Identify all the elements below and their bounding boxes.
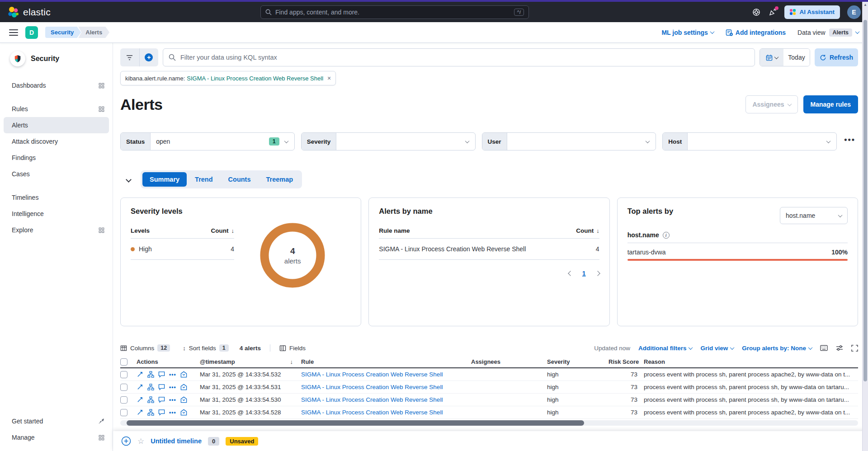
- user-filter[interactable]: User: [482, 132, 656, 150]
- data-view-control[interactable]: Data view Alerts: [797, 28, 859, 37]
- analyzer-icon[interactable]: [147, 409, 154, 416]
- top-alert-row[interactable]: tartarus-dvwa 100%: [627, 249, 848, 256]
- ai-assistant-button[interactable]: AI Assistant: [784, 5, 840, 19]
- date-picker-menu-button[interactable]: [760, 49, 783, 66]
- analyzer-icon[interactable]: [147, 396, 154, 403]
- alert-rule-link[interactable]: SIGMA - Linux Process Creation Web Rever…: [301, 371, 471, 378]
- info-icon[interactable]: i: [663, 232, 670, 239]
- breadcrumb-security[interactable]: Security: [45, 27, 81, 38]
- reason-column-header[interactable]: Reason: [644, 358, 858, 365]
- severity-filter[interactable]: Severity: [301, 132, 476, 150]
- sort-fields-button[interactable]: ↕ Sort fields 1: [183, 344, 228, 352]
- expand-alert-icon[interactable]: [137, 409, 143, 416]
- row-checkbox[interactable]: [120, 384, 127, 391]
- comment-icon[interactable]: [158, 371, 165, 378]
- group-alerts-by-button[interactable]: Group alerts by: None: [742, 345, 812, 352]
- timestamp-column-header[interactable]: @timestamp↓: [200, 358, 301, 365]
- favorite-star-icon[interactable]: ☆: [137, 437, 144, 446]
- sidebar-item-attack-discovery[interactable]: Attack discovery: [4, 133, 109, 150]
- alert-reason[interactable]: process event with process sh, parent pr…: [644, 371, 858, 378]
- alert-rule-link[interactable]: SIGMA - Linux Process Creation Web Rever…: [301, 396, 471, 403]
- host-filter[interactable]: Host: [662, 132, 837, 150]
- collapse-summary-icon[interactable]: [127, 175, 131, 183]
- alert-reason[interactable]: process event with process sh, parent pr…: [644, 384, 858, 390]
- row-checkbox[interactable]: [120, 409, 127, 416]
- alert-reason[interactable]: process event with process sh, parent pr…: [644, 396, 858, 403]
- expand-alert-icon[interactable]: [137, 384, 143, 390]
- row-checkbox[interactable]: [120, 371, 127, 378]
- rule-column-header[interactable]: Rule: [301, 358, 471, 365]
- help-icon[interactable]: [752, 8, 761, 17]
- count-column-header[interactable]: Count↓: [211, 227, 234, 234]
- assignees-button[interactable]: Assignees: [745, 95, 797, 113]
- sidebar-item-intelligence[interactable]: Intelligence: [4, 206, 109, 222]
- columns-button[interactable]: Columns 12: [120, 344, 170, 352]
- sidebar-item-get-started[interactable]: Get started: [4, 413, 109, 429]
- severity-row-high[interactable]: High 4: [131, 239, 234, 260]
- alert-row[interactable]: ••• Mar 31, 2025 @ 14:33:54.532 SIGMA - …: [120, 368, 858, 381]
- scrollbar-thumb[interactable]: [863, 20, 867, 381]
- top-alerts-field-select[interactable]: host.name: [780, 207, 848, 224]
- date-range-value[interactable]: Today: [783, 49, 810, 66]
- filter-pill-rule-name[interactable]: kibana.alert.rule.name: SIGMA - Linux Pr…: [120, 71, 336, 85]
- session-view-icon[interactable]: [180, 371, 187, 378]
- alert-row[interactable]: ••• Mar 31, 2025 @ 14:33:54.531 SIGMA - …: [120, 381, 858, 394]
- add-timeline-icon[interactable]: [121, 436, 131, 446]
- display-options-icon[interactable]: [836, 345, 843, 351]
- sidebar-item-findings[interactable]: Findings: [4, 150, 109, 166]
- news-feed-icon[interactable]: [768, 8, 777, 17]
- add-filter-button[interactable]: +: [140, 48, 159, 66]
- sidebar-item-dashboards[interactable]: Dashboards: [4, 77, 109, 94]
- tab-treemap[interactable]: Treemap: [259, 172, 301, 187]
- alert-reason[interactable]: process event with process sh, parent pr…: [644, 409, 858, 416]
- analyzer-icon[interactable]: [147, 371, 154, 378]
- fullscreen-icon[interactable]: [851, 345, 858, 352]
- saved-query-menu-button[interactable]: [120, 48, 140, 66]
- expand-alert-icon[interactable]: [137, 371, 143, 378]
- table-horizontal-scrollbar[interactable]: [120, 420, 858, 426]
- kql-input[interactable]: [180, 54, 749, 61]
- space-badge[interactable]: D: [25, 26, 38, 39]
- count-column-header[interactable]: Count↓: [576, 227, 599, 234]
- alert-row[interactable]: ••• Mar 31, 2025 @ 14:33:54.528 SIGMA - …: [120, 406, 858, 419]
- status-filter[interactable]: Status open 1: [120, 132, 295, 150]
- comment-icon[interactable]: [158, 396, 165, 403]
- tab-trend[interactable]: Trend: [188, 172, 220, 187]
- add-integrations-link[interactable]: Add integrations: [726, 29, 786, 36]
- alert-row[interactable]: ••• Mar 31, 2025 @ 14:33:54.530 SIGMA - …: [120, 394, 858, 406]
- alert-rule-link[interactable]: SIGMA - Linux Process Creation Web Rever…: [301, 409, 471, 416]
- sidebar-item-manage[interactable]: Manage: [4, 429, 109, 446]
- keyboard-shortcuts-icon[interactable]: [820, 345, 828, 351]
- comment-icon[interactable]: [158, 384, 165, 390]
- sidebar-item-cases[interactable]: Cases: [4, 166, 109, 182]
- comment-icon[interactable]: [158, 409, 165, 416]
- expand-alert-icon[interactable]: [137, 396, 143, 403]
- sidebar-item-timelines[interactable]: Timelines: [4, 189, 109, 206]
- ml-job-settings-link[interactable]: ML job settings: [661, 29, 713, 36]
- next-page-icon[interactable]: [595, 271, 600, 276]
- scroll-up-arrow[interactable]: ▲: [863, 2, 868, 8]
- global-search[interactable]: ^/: [260, 5, 529, 19]
- grid-view-button[interactable]: Grid view: [700, 345, 734, 352]
- session-view-icon[interactable]: [180, 396, 187, 403]
- more-actions-icon[interactable]: •••: [169, 371, 176, 378]
- tab-counts[interactable]: Counts: [221, 172, 258, 187]
- analyzer-icon[interactable]: [147, 384, 154, 390]
- severity-column-header[interactable]: Severity: [547, 358, 609, 365]
- more-filters-icon[interactable]: •••: [843, 135, 858, 148]
- refresh-button[interactable]: Refresh: [815, 48, 858, 66]
- more-actions-icon[interactable]: •••: [169, 397, 176, 403]
- alert-rule-link[interactable]: SIGMA - Linux Process Creation Web Rever…: [301, 384, 471, 390]
- page-number[interactable]: 1: [582, 270, 586, 277]
- sidebar-item-explore[interactable]: Explore: [4, 222, 109, 238]
- global-search-input[interactable]: [275, 9, 510, 16]
- sidebar-item-alerts[interactable]: Alerts: [4, 117, 109, 133]
- sidebar-item-rules[interactable]: Rules: [4, 101, 109, 117]
- additional-filters-button[interactable]: Additional filters: [638, 345, 693, 352]
- more-actions-icon[interactable]: •••: [169, 384, 176, 390]
- elastic-logo[interactable]: elastic: [7, 6, 51, 18]
- risk-score-column-header[interactable]: Risk Score: [609, 358, 644, 365]
- select-all-checkbox[interactable]: [120, 358, 127, 366]
- session-view-icon[interactable]: [180, 384, 187, 390]
- user-avatar[interactable]: E: [847, 5, 861, 19]
